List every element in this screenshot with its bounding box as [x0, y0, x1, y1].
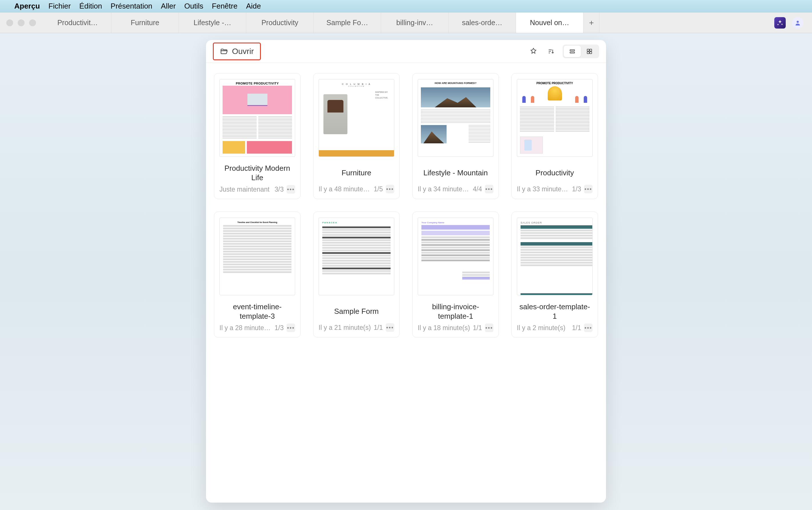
- menu-tools[interactable]: Outils: [184, 2, 203, 10]
- document-thumbnail: PANACEA: [319, 218, 394, 295]
- view-mode-toggle: [562, 44, 599, 58]
- document-thumbnail: HOW ARE MOUNTAINS FORMED?: [418, 79, 493, 157]
- thumb-heading: HOW ARE MOUNTAINS FORMED?: [418, 82, 493, 85]
- document-more-button[interactable]: •••: [386, 185, 394, 193]
- document-more-button[interactable]: •••: [287, 324, 295, 332]
- header-tools: [527, 44, 599, 58]
- document-title: sales-order-template-1: [517, 302, 592, 321]
- document-pages: 1/3: [274, 324, 284, 332]
- document-thumbnail: Your Company Name: [418, 218, 493, 295]
- document-time: Il y a 21 minute(s): [319, 324, 371, 332]
- document-title: Sample Form: [319, 302, 394, 320]
- app-menu[interactable]: Aperçu: [14, 2, 40, 10]
- svg-rect-6: [590, 52, 592, 54]
- document-card[interactable]: HOW ARE MOUNTAINS FORMED? Lifestyle - Mo…: [412, 73, 499, 199]
- thumb-heading: PROMOTE PRODUCTIVITY: [517, 82, 592, 85]
- thumb-side: INSPIRED BY THE COLLECTIVE.: [375, 91, 392, 99]
- folder-open-icon: [220, 48, 228, 55]
- document-pages: 3/3: [274, 186, 284, 193]
- document-pages: 1/3: [572, 185, 581, 193]
- tabs-container: Productivit… Furniture Lifestyle -… Prod…: [44, 12, 769, 33]
- document-pages: 1/1: [572, 324, 581, 332]
- thumb-heading: SALES ORDER: [521, 221, 592, 224]
- tab-5[interactable]: billing-inv…: [381, 12, 448, 33]
- menu-view[interactable]: Présentation: [111, 2, 152, 10]
- document-time: Il y a 28 minute…: [220, 324, 272, 332]
- document-pages: 4/4: [473, 185, 482, 193]
- documents-grid: PROMOTE PRODUCTIVITY Productivity Modern…: [206, 63, 606, 503]
- document-more-button[interactable]: •••: [287, 185, 295, 193]
- document-time: Il y a 34 minute…: [418, 185, 470, 193]
- document-card[interactable]: Your Company Name billin: [412, 212, 499, 337]
- tab-6[interactable]: sales-orde…: [448, 12, 516, 33]
- tab-1[interactable]: Furniture: [111, 12, 179, 33]
- close-window-icon[interactable]: [6, 20, 13, 26]
- menu-help[interactable]: Aide: [246, 2, 261, 10]
- menu-file[interactable]: Fichier: [49, 2, 71, 10]
- thumb-heading: PANACEA: [322, 221, 390, 224]
- open-button[interactable]: Ouvrir: [213, 42, 261, 60]
- menu-window[interactable]: Fenêtre: [212, 2, 238, 10]
- document-more-button[interactable]: •••: [584, 324, 592, 332]
- document-card[interactable]: C O L U M B I A COLLECTIVE INSPIRED BY T…: [313, 73, 400, 199]
- tab-4[interactable]: Sample Fo…: [314, 12, 381, 33]
- document-card[interactable]: PANACEA Sample Form: [313, 212, 400, 337]
- recents-window: Ouvrir: [206, 40, 606, 503]
- document-time: Il y a 48 minute…: [319, 185, 371, 193]
- document-thumbnail: Timeline and Checklist for Event Plannin…: [220, 218, 295, 295]
- svg-rect-5: [587, 52, 589, 54]
- view-list-button[interactable]: [564, 46, 581, 57]
- document-more-button[interactable]: •••: [386, 323, 394, 332]
- document-pages: 1/5: [374, 185, 383, 193]
- tab-7[interactable]: Nouvel on…: [516, 12, 583, 33]
- document-time: Il y a 18 minute(s): [418, 324, 470, 332]
- thumb-heading: C O L U M B I A: [319, 81, 394, 85]
- desktop-background: Ouvrir: [0, 33, 812, 510]
- document-card[interactable]: PROMOTE PRODUCTIVITY Productivity Il y a…: [512, 73, 598, 199]
- document-time: Juste maintenant: [220, 186, 272, 193]
- user-account-icon[interactable]: [792, 17, 804, 29]
- document-time: Il y a 33 minute…: [517, 185, 569, 193]
- document-title: billing-invoice-template-1: [418, 302, 493, 321]
- svg-point-0: [796, 21, 799, 23]
- tab-0[interactable]: Productivit…: [44, 12, 111, 33]
- new-tab-button[interactable]: [583, 12, 600, 33]
- tab-2[interactable]: Lifestyle -…: [179, 12, 246, 33]
- document-thumbnail: PROMOTE PRODUCTIVITY: [220, 79, 295, 157]
- ai-assist-icon[interactable]: [774, 17, 786, 29]
- document-more-button[interactable]: •••: [485, 185, 493, 193]
- toolbar-right: [769, 12, 812, 33]
- document-thumbnail: SALES ORDER: [517, 218, 592, 295]
- pin-icon[interactable]: [527, 45, 540, 58]
- document-title: Lifestyle - Mountain: [418, 163, 493, 182]
- thumb-sub: COLLECTIVE: [319, 85, 394, 87]
- document-more-button[interactable]: •••: [485, 324, 493, 332]
- plus-icon: [588, 20, 595, 26]
- sort-icon[interactable]: [545, 45, 557, 58]
- view-grid-button[interactable]: [581, 46, 598, 57]
- svg-rect-3: [587, 49, 589, 51]
- thumb-heading: Your Company Name: [422, 221, 490, 224]
- thumb-heading: PROMOTE PRODUCTIVITY: [220, 82, 295, 85]
- window-traffic-lights[interactable]: [0, 12, 44, 33]
- document-more-button[interactable]: •••: [584, 185, 592, 193]
- document-card[interactable]: Timeline and Checklist for Event Plannin…: [214, 212, 300, 337]
- svg-rect-1: [570, 50, 575, 51]
- svg-rect-4: [590, 49, 592, 51]
- document-title: Productivity: [517, 163, 592, 182]
- document-pages: 1/1: [374, 324, 383, 332]
- minimize-window-icon[interactable]: [18, 20, 25, 26]
- svg-rect-2: [570, 52, 575, 53]
- document-thumbnail: C O L U M B I A COLLECTIVE INSPIRED BY T…: [319, 79, 394, 157]
- tab-3[interactable]: Productivity: [246, 12, 314, 33]
- zoom-window-icon[interactable]: [29, 20, 36, 26]
- document-title: Productivity Modern Life: [220, 163, 295, 182]
- document-title: event-timeline-template-3: [220, 302, 295, 321]
- document-card[interactable]: PROMOTE PRODUCTIVITY Productivity Modern…: [214, 73, 300, 199]
- app-tabbar: Productivit… Furniture Lifestyle -… Prod…: [0, 12, 812, 33]
- menu-edit[interactable]: Édition: [80, 2, 102, 10]
- macos-menubar: Aperçu Fichier Édition Présentation Alle…: [0, 0, 812, 12]
- document-card[interactable]: SALES ORDER sales-order-template-1: [512, 212, 598, 337]
- document-title: Furniture: [319, 163, 394, 182]
- menu-go[interactable]: Aller: [161, 2, 176, 10]
